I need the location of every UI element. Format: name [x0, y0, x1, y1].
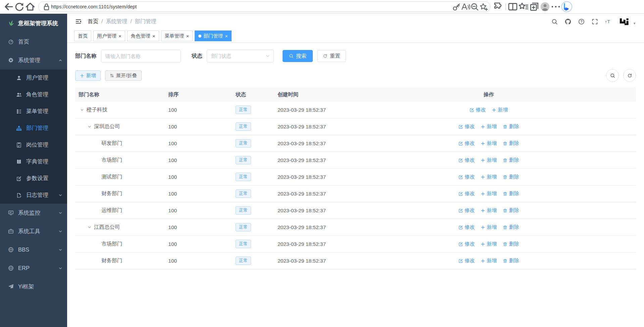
app-logo[interactable]: 意框架管理系统 — [0, 14, 67, 33]
main-area: 首页 / 系统管理 / 部门管理 ? TT ▼ 首页用户管理×角色管理×菜单管理… — [67, 14, 644, 327]
add-link-label: 新增 — [487, 224, 497, 230]
sidebar-item-param[interactable]: 参数设置 — [0, 170, 67, 187]
modify-link[interactable]: 修改 — [458, 190, 475, 197]
sidebar-item-user[interactable]: 用户管理 — [0, 69, 67, 86]
sidebar-item-erp[interactable]: ERP — [0, 259, 67, 277]
extensions-icon[interactable] — [493, 1, 504, 12]
sidebar-item-dict[interactable]: 字典管理 — [0, 153, 67, 170]
close-icon[interactable]: × — [118, 34, 121, 39]
delete-link[interactable]: 删除 — [503, 258, 519, 264]
modify-link[interactable]: 修改 — [458, 207, 475, 214]
header-search-icon[interactable] — [551, 18, 558, 25]
add-link[interactable]: 新增 — [481, 140, 497, 147]
modify-link[interactable]: 修改 — [469, 107, 486, 113]
cell-status: 正常 — [232, 223, 274, 231]
tab-3[interactable]: 菜单管理× — [161, 31, 193, 41]
app-frame: 意框架管理系统 首页系统管理用户管理角色管理菜单管理部门管理岗位管理字典管理参数… — [0, 14, 644, 327]
lock-icon[interactable] — [42, 2, 51, 11]
caret-down-icon[interactable] — [80, 108, 84, 112]
help-icon[interactable]: ? — [578, 18, 585, 25]
modify-link[interactable]: 修改 — [458, 258, 475, 264]
tab-0[interactable]: 首页 — [74, 31, 91, 41]
chevron-down-icon — [58, 266, 62, 270]
modify-link[interactable]: 修改 — [458, 224, 475, 230]
add-link[interactable]: 新增 — [481, 258, 497, 264]
delete-link[interactable]: 删除 — [503, 207, 519, 214]
sidebar-item-post[interactable]: 岗位管理 — [0, 137, 67, 153]
sidebar-item-role[interactable]: 角色管理 — [0, 86, 67, 103]
status-select[interactable]: 部门状态 — [207, 50, 274, 62]
tab-2[interactable]: 角色管理× — [127, 31, 159, 41]
dept-name-input[interactable] — [101, 50, 181, 62]
user-avatar[interactable] — [618, 16, 630, 26]
sidebar-item-home[interactable]: 首页 — [0, 33, 67, 51]
favorites-icon[interactable] — [518, 1, 529, 12]
expand-collapse-button[interactable]: 展开/折叠 — [105, 70, 142, 81]
more-options-icon[interactable] — [550, 1, 561, 12]
add-link[interactable]: 新增 — [481, 241, 497, 247]
add-link[interactable]: 新增 — [481, 207, 497, 214]
bing-chat-icon[interactable] — [561, 1, 573, 12]
delete-link[interactable]: 删除 — [503, 190, 519, 197]
delete-link[interactable]: 删除 — [503, 224, 519, 230]
add-link[interactable]: 新增 — [481, 224, 497, 230]
tab-4[interactable]: 部门管理× — [195, 31, 232, 41]
sidebar-collapse-icon[interactable] — [75, 18, 82, 25]
close-icon[interactable]: × — [152, 34, 155, 39]
delete-link[interactable]: 删除 — [503, 174, 519, 180]
add-link[interactable]: 新增 — [481, 157, 497, 163]
github-icon[interactable] — [565, 18, 571, 25]
fullscreen-icon[interactable] — [592, 18, 598, 25]
password-icon[interactable] — [452, 2, 461, 11]
add-link[interactable]: 新增 — [481, 190, 497, 197]
close-icon[interactable]: × — [186, 34, 189, 39]
refresh-page-icon[interactable] — [14, 1, 25, 12]
home-icon[interactable] — [25, 1, 36, 12]
add-link[interactable]: 新增 — [492, 107, 508, 113]
delete-link[interactable]: 删除 — [503, 140, 519, 147]
cell-actions: 修改新增删除 — [342, 174, 636, 180]
close-icon[interactable]: × — [225, 34, 228, 39]
modify-link[interactable]: 修改 — [458, 241, 475, 247]
delete-link[interactable]: 删除 — [503, 241, 519, 247]
sidebar-item-yi[interactable]: Yi框架 — [0, 277, 67, 296]
modify-link[interactable]: 修改 — [458, 157, 475, 163]
caret-down-icon[interactable] — [87, 124, 92, 129]
modify-link[interactable]: 修改 — [458, 174, 475, 180]
url-text[interactable]: https://ccnetcore.com:1101/system/dept — [51, 4, 452, 9]
tab-1[interactable]: 用户管理× — [93, 31, 125, 41]
caret-down-icon[interactable] — [87, 225, 92, 229]
search-button[interactable]: 搜索 — [283, 50, 313, 62]
delete-link[interactable]: 删除 — [503, 123, 519, 130]
modify-link[interactable]: 修改 — [458, 140, 475, 147]
sidebar-item-bbs[interactable]: BBS — [0, 240, 67, 259]
zoom-out-icon[interactable] — [470, 2, 479, 11]
sidebar-item-log[interactable]: 日志管理 — [0, 187, 67, 204]
toggle-search-button[interactable] — [606, 69, 619, 82]
add-link[interactable]: 新增 — [481, 123, 497, 130]
back-icon[interactable] — [3, 1, 14, 12]
favorite-add-icon[interactable] — [479, 2, 488, 11]
sidebar-item-menu[interactable]: 菜单管理 — [0, 103, 67, 120]
address-bar[interactable]: https://ccnetcore.com:1101/system/dept — [38, 1, 490, 12]
collections-icon[interactable] — [529, 1, 540, 12]
modify-link[interactable]: 修改 — [458, 123, 475, 130]
read-aloud-icon[interactable] — [461, 2, 470, 11]
dept-name: 橙子科技 — [87, 106, 107, 113]
add-link[interactable]: 新增 — [481, 174, 497, 180]
sidebar-item-system[interactable]: 系统管理 — [0, 51, 67, 69]
browser-profile-icon[interactable] — [540, 1, 550, 12]
refresh-table-button[interactable] — [623, 69, 636, 82]
split-screen-icon[interactable] — [507, 1, 518, 12]
add-button[interactable]: 新增 — [75, 70, 101, 81]
text-size-icon[interactable]: TT — [605, 18, 611, 25]
sidebar-item-monitor[interactable]: 系统监控 — [0, 204, 67, 222]
reset-button[interactable]: 重置 — [317, 50, 346, 62]
delete-link[interactable]: 删除 — [503, 157, 519, 163]
avatar-caret-icon[interactable]: ▼ — [633, 22, 636, 25]
tags-bar: 首页用户管理×角色管理×菜单管理×部门管理× — [67, 29, 644, 43]
sidebar-item-dept[interactable]: 部门管理 — [0, 120, 67, 137]
breadcrumb-home[interactable]: 首页 — [88, 18, 98, 25]
cell-dept-name: 运维部门 — [75, 207, 165, 214]
sidebar-item-tool[interactable]: 系统工具 — [0, 222, 67, 240]
